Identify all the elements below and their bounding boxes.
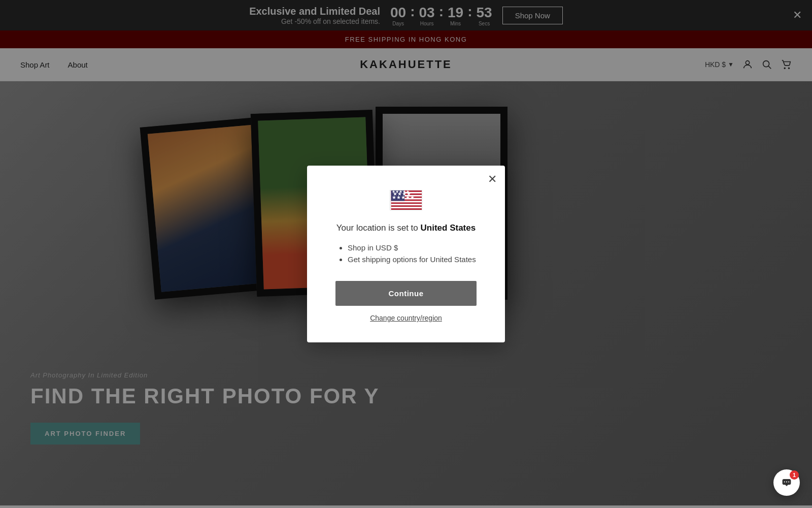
svg-rect-11 [391,207,422,208]
modal-overlay[interactable]: ✕ ★★★★★ ★★★★ ★★★★★ Your location is [0,0,812,508]
location-modal: ✕ ★★★★★ ★★★★ ★★★★★ Your location is [307,166,505,343]
continue-button[interactable]: Continue [335,281,477,306]
svg-text:★★★★★: ★★★★★ [392,190,410,194]
modal-location-text: Your location is set to United States [336,221,476,235]
us-flag: ★★★★★ ★★★★ ★★★★★ [390,190,422,210]
svg-rect-9 [391,201,422,202]
svg-point-18 [786,482,787,483]
svg-point-19 [788,482,789,483]
modal-close-button[interactable]: ✕ [488,174,497,185]
chat-badge: 1 [790,470,799,480]
modal-option-currency: Shop in USD $ [348,243,476,252]
svg-point-17 [784,482,785,483]
modal-option-shipping: Get shipping options for United States [348,255,476,264]
chat-bubble[interactable]: 1 [773,469,800,496]
modal-options-list: Shop in USD $ Get shipping options for U… [335,243,476,267]
svg-rect-10 [391,204,422,205]
change-country-button[interactable]: Change country/region [370,314,442,322]
